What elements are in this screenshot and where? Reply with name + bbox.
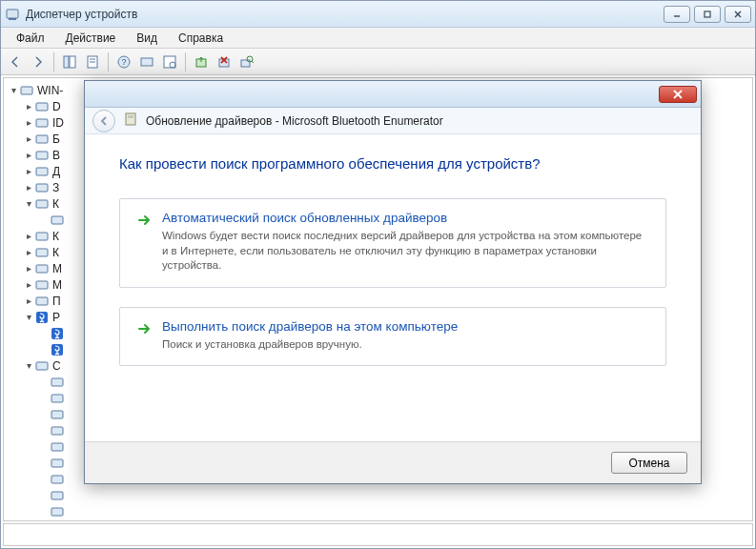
expand-icon[interactable]: ▸ bbox=[23, 150, 34, 160]
device-icon bbox=[34, 261, 50, 276]
expand-icon[interactable]: ▸ bbox=[23, 247, 34, 257]
window-controls bbox=[664, 6, 751, 23]
svg-rect-25 bbox=[36, 119, 48, 127]
expand-icon[interactable]: ▸ bbox=[23, 133, 34, 144]
svg-rect-42 bbox=[51, 395, 63, 402]
expand-icon[interactable]: ▸ bbox=[23, 117, 34, 128]
uninstall-button[interactable] bbox=[214, 51, 235, 72]
menu-view[interactable]: Вид bbox=[127, 30, 167, 47]
svg-rect-0 bbox=[7, 10, 18, 18]
option-auto-title: Автоматический поиск обновленных драйвер… bbox=[162, 211, 650, 225]
svg-rect-31 bbox=[51, 216, 63, 224]
svg-rect-44 bbox=[51, 427, 63, 435]
collapse-icon[interactable]: ▾ bbox=[8, 85, 19, 95]
expand-icon[interactable]: ▸ bbox=[23, 101, 34, 112]
svg-rect-13 bbox=[141, 58, 153, 66]
tree-item-label: В bbox=[52, 149, 60, 162]
back-button[interactable] bbox=[5, 51, 26, 72]
svg-rect-32 bbox=[36, 233, 48, 240]
scan-hardware-button[interactable] bbox=[236, 51, 257, 72]
dialog-heading: Как провести поиск программного обеспече… bbox=[119, 155, 666, 172]
expand-icon[interactable]: ▸ bbox=[23, 295, 34, 306]
tree-item-label: К bbox=[52, 246, 59, 259]
close-button[interactable] bbox=[725, 6, 751, 23]
tree-item-label: К bbox=[52, 230, 59, 243]
svg-rect-46 bbox=[51, 459, 63, 467]
svg-rect-24 bbox=[36, 103, 48, 111]
details-pane bbox=[3, 523, 753, 546]
maximize-button[interactable] bbox=[694, 6, 721, 23]
tree-item-label: С bbox=[52, 359, 61, 373]
dialog-back-button[interactable] bbox=[92, 110, 115, 132]
device-icon bbox=[34, 99, 50, 114]
update-driver-dialog: Обновление драйверов - Microsoft Bluetoo… bbox=[84, 80, 702, 484]
option-browse-computer[interactable]: Выполнить поиск драйверов на этом компью… bbox=[119, 307, 666, 367]
menu-help[interactable]: Справка bbox=[169, 30, 233, 47]
device-icon bbox=[34, 164, 50, 179]
device-icon bbox=[50, 439, 65, 455]
menu-action[interactable]: Действие bbox=[56, 30, 126, 47]
option-browse-title: Выполнить поиск драйверов на этом компью… bbox=[162, 319, 458, 334]
menubar: Файл Действие Вид Справка bbox=[1, 28, 755, 49]
menu-file[interactable]: Файл bbox=[7, 30, 54, 47]
device-icon bbox=[50, 456, 65, 471]
tree-item[interactable] bbox=[8, 487, 748, 503]
tree-item[interactable] bbox=[8, 503, 748, 519]
dialog-hardware-icon bbox=[123, 112, 138, 131]
minimize-button[interactable] bbox=[664, 6, 690, 23]
expand-icon[interactable]: ▸ bbox=[23, 263, 34, 274]
dialog-header-text: Обновление драйверов - Microsoft Bluetoo… bbox=[146, 114, 443, 128]
svg-rect-47 bbox=[51, 476, 63, 483]
tool-btn-1[interactable] bbox=[136, 51, 157, 72]
expand-icon[interactable]: ▸ bbox=[23, 231, 34, 241]
svg-rect-7 bbox=[70, 56, 75, 68]
forward-button[interactable] bbox=[28, 51, 49, 72]
option-browse-desc: Поиск и установка драйверов вручную. bbox=[162, 337, 458, 353]
dialog-close-button[interactable] bbox=[659, 86, 697, 103]
properties-button[interactable] bbox=[82, 51, 103, 72]
device-icon bbox=[50, 407, 65, 422]
tree-item-label: D bbox=[52, 100, 61, 113]
tree-item-label: ID bbox=[52, 116, 64, 130]
device-icon bbox=[34, 115, 50, 131]
svg-rect-35 bbox=[36, 281, 48, 289]
device-icon bbox=[50, 375, 65, 390]
arrow-right-icon bbox=[135, 212, 153, 229]
dialog-titlebar bbox=[85, 81, 701, 108]
svg-rect-30 bbox=[36, 200, 48, 208]
bluetooth-icon bbox=[50, 342, 65, 357]
option-auto-search[interactable]: Автоматический поиск обновленных драйвер… bbox=[119, 198, 666, 288]
collapse-icon[interactable]: ▾ bbox=[23, 198, 34, 209]
device-icon bbox=[34, 148, 50, 163]
show-tree-button[interactable] bbox=[59, 51, 80, 72]
device-icon bbox=[50, 504, 65, 519]
option-auto-desc: Windows будет вести поиск последних верс… bbox=[162, 229, 650, 274]
collapse-icon[interactable]: ▾ bbox=[23, 360, 34, 371]
expand-icon[interactable]: ▸ bbox=[23, 166, 34, 176]
update-driver-button[interactable] bbox=[191, 51, 212, 72]
device-icon bbox=[50, 213, 65, 228]
tree-item-label: Р bbox=[52, 311, 60, 324]
svg-rect-48 bbox=[51, 492, 63, 499]
tree-item-label: М bbox=[52, 262, 62, 275]
tool-btn-2[interactable] bbox=[159, 51, 180, 72]
bluetooth-icon bbox=[50, 326, 65, 341]
svg-rect-40 bbox=[36, 362, 48, 370]
svg-rect-23 bbox=[21, 87, 32, 94]
bluetooth-icon bbox=[34, 310, 50, 325]
expand-icon[interactable]: ▸ bbox=[23, 279, 34, 290]
device-icon bbox=[19, 83, 34, 98]
svg-rect-45 bbox=[51, 443, 63, 451]
arrow-right-icon bbox=[135, 320, 153, 337]
app-icon bbox=[5, 7, 20, 22]
svg-rect-3 bbox=[705, 11, 710, 17]
svg-rect-1 bbox=[9, 18, 16, 20]
device-icon bbox=[34, 277, 50, 293]
toolbar-separator bbox=[53, 52, 54, 71]
svg-rect-27 bbox=[36, 152, 48, 159]
cancel-button[interactable]: Отмена bbox=[611, 452, 687, 474]
expand-icon[interactable]: ▸ bbox=[23, 182, 34, 193]
tree-item-label: М bbox=[52, 278, 62, 292]
collapse-icon[interactable]: ▾ bbox=[23, 312, 34, 322]
help-button[interactable]: ? bbox=[113, 51, 134, 72]
